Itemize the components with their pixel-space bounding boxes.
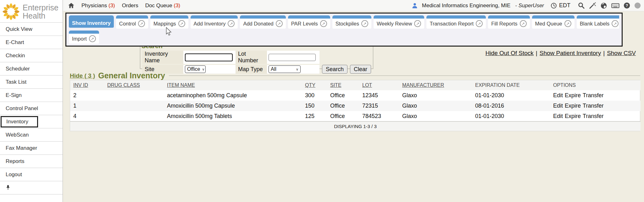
inventory-name-input[interactable] — [185, 53, 233, 61]
top-bar: Physicians (3)OrdersDoc Queue (3) Medica… — [63, 0, 644, 11]
manufacturer-cell: Glaxo — [399, 101, 472, 111]
column-header-site[interactable]: SITE — [327, 80, 359, 90]
sidebar-item-checkin[interactable]: Checkin — [0, 49, 63, 62]
option-edit[interactable]: Edit — [553, 92, 563, 98]
open-in-new-window-icon[interactable]: ↗ — [564, 20, 571, 27]
tab-cap — [150, 15, 188, 19]
sidebar-selected-label: Inventory — [1, 116, 38, 127]
sidebar-item-logout[interactable]: Logout — [0, 168, 63, 181]
magic-wand-icon[interactable] — [589, 2, 596, 9]
sidebar-item-label: Reports — [6, 158, 25, 165]
search-button[interactable]: Search — [322, 65, 347, 74]
map-type-select[interactable]: All ∨ — [269, 65, 301, 73]
lot-number-input[interactable] — [269, 54, 316, 61]
open-in-new-window-icon[interactable]: ↗ — [476, 20, 483, 27]
tab-add-donated[interactable]: Add Donated↗ — [240, 15, 286, 29]
tab-row: Show InventoryControl↗Mappings↗Add Inven… — [69, 15, 619, 29]
tab-fill-reports[interactable]: Fill Reports↗ — [488, 15, 530, 29]
organization-name: Medical Informatics Engineering, MIE — [422, 3, 511, 9]
lot-cell: 72315 — [359, 101, 399, 111]
tab-import[interactable]: Import↗ — [69, 31, 99, 44]
tab-label: Fill Reports — [491, 21, 517, 27]
sidebar-item-scheduler[interactable]: Scheduler — [0, 62, 63, 76]
sidebar-item-inventory[interactable]: Inventory — [0, 115, 63, 128]
hide-section-link[interactable]: Hide ( 3 ) — [70, 72, 95, 79]
tab-cap — [374, 15, 424, 19]
top-nav-item-orders[interactable]: Orders — [122, 3, 138, 9]
sidebar-item-label: Logout — [6, 171, 22, 178]
open-in-new-window-icon[interactable]: ↗ — [89, 35, 96, 42]
search-icon[interactable] — [578, 2, 585, 9]
sidebar-item-quick-view[interactable]: Quick View — [0, 23, 63, 36]
sidebar-nav: Quick ViewE-ChartCheckinSchedulerTask Li… — [0, 23, 63, 181]
tab-row: Import↗ — [69, 31, 619, 44]
open-in-new-window-icon[interactable]: ↗ — [612, 20, 619, 27]
sidebar-item-fax-manager[interactable]: Fax Manager — [0, 142, 63, 155]
sidebar-pin-item[interactable] — [0, 181, 63, 194]
tab-transaction-report[interactable]: Transaction Report↗ — [426, 15, 486, 29]
site-cell: Office — [327, 101, 359, 111]
keyboard-icon[interactable] — [611, 2, 619, 9]
open-in-new-window-icon[interactable]: ↗ — [414, 20, 421, 27]
open-in-new-window-icon[interactable]: ↗ — [520, 20, 527, 27]
column-header-manufacturer[interactable]: MANUFACTURER — [399, 80, 472, 90]
tab-add-inventory[interactable]: Add Inventory↗ — [191, 15, 238, 29]
tab-show-inventory[interactable]: Show Inventory — [69, 15, 114, 29]
column-header-item-name[interactable]: ITEM NAME — [164, 80, 302, 90]
tab-mappings[interactable]: Mappings↗ — [150, 15, 188, 29]
option-expire[interactable]: Expire — [565, 113, 581, 119]
quick-link-show-csv[interactable]: Show CSV — [607, 50, 636, 56]
clock-icon[interactable] — [551, 3, 557, 9]
help-icon[interactable]: ? — [624, 2, 630, 9]
open-in-new-window-icon[interactable]: ↗ — [228, 20, 235, 27]
home-icon[interactable] — [68, 2, 75, 9]
top-bar-left: Physicians (3)OrdersDoc Queue (3) — [68, 2, 180, 9]
open-in-new-window-icon[interactable]: ↗ — [138, 20, 145, 27]
sidebar-item-control-panel[interactable]: Control Panel — [0, 102, 63, 115]
open-in-new-window-icon[interactable]: ↗ — [361, 20, 368, 27]
tab-cap — [69, 31, 99, 34]
column-header-qty[interactable]: QTY — [302, 80, 327, 90]
option-expire[interactable]: Expire — [565, 103, 581, 109]
option-edit[interactable]: Edit — [553, 113, 563, 119]
tab-label: Transaction Report — [430, 21, 474, 27]
displaying-count: DISPLAYING 1-3 / 3 — [334, 124, 377, 129]
item-name-cell: acetaminophen 500mg Capsule — [164, 90, 302, 101]
option-transfer[interactable]: Transfer — [583, 103, 603, 109]
column-header-drug-class[interactable]: DRUG CLASS — [104, 80, 164, 90]
globe-icon[interactable] — [600, 2, 607, 9]
top-nav-item-physicians[interactable]: Physicians (3) — [81, 3, 115, 9]
quick-link-show-patient-inventory[interactable]: Show Patient Inventory — [540, 50, 601, 56]
timezone-label: EDT — [559, 2, 570, 9]
sidebar-item-task-list[interactable]: Task List — [0, 76, 63, 89]
clear-button[interactable]: Clear — [350, 65, 371, 74]
open-in-new-window-icon[interactable]: ↗ — [178, 20, 185, 27]
option-edit[interactable]: Edit — [553, 103, 563, 109]
option-transfer[interactable]: Transfer — [583, 113, 603, 119]
column-header-lot[interactable]: LOT — [359, 80, 399, 90]
quick-link-hide-out-of-stock[interactable]: Hide Out Of Stock — [486, 50, 534, 56]
tab-control[interactable]: Control↗ — [116, 15, 148, 29]
tab-body: Weekly Review↗ — [374, 19, 424, 29]
column-header-inv-id[interactable]: INV ID — [70, 80, 104, 90]
map-type-cell: All ∨ — [267, 65, 319, 74]
option-expire[interactable]: Expire — [565, 92, 581, 98]
table-row: 2acetaminophen 500mg Capsule300Office123… — [70, 90, 641, 101]
tab-blank-labels[interactable]: Blank Labels↗ — [577, 15, 619, 29]
tab-weekly-review[interactable]: Weekly Review↗ — [374, 15, 424, 29]
inv-id-cell: 2 — [70, 90, 104, 101]
tab-par-levels[interactable]: PAR Levels↗ — [288, 15, 330, 29]
option-transfer[interactable]: Transfer — [583, 92, 603, 98]
tab-med-queue[interactable]: Med Queue↗ — [532, 15, 575, 29]
tab-label: Add Inventory — [194, 21, 226, 27]
open-in-new-window-icon[interactable]: ↗ — [320, 20, 327, 27]
sidebar-item-e-chart[interactable]: E-Chart — [0, 36, 63, 49]
tab-stockpiles[interactable]: Stockpiles↗ — [332, 15, 371, 29]
tab-label: Med Queue — [535, 21, 562, 27]
top-nav-item-doc-queue[interactable]: Doc Queue (3) — [145, 3, 180, 9]
sidebar-item-webscan[interactable]: WebScan — [0, 128, 63, 142]
sidebar-item-reports[interactable]: Reports — [0, 155, 63, 168]
site-select[interactable]: Office ∨ — [185, 65, 206, 73]
sidebar-item-e-sign[interactable]: E-Sign — [0, 89, 63, 102]
open-in-new-window-icon[interactable]: ↗ — [276, 20, 283, 27]
